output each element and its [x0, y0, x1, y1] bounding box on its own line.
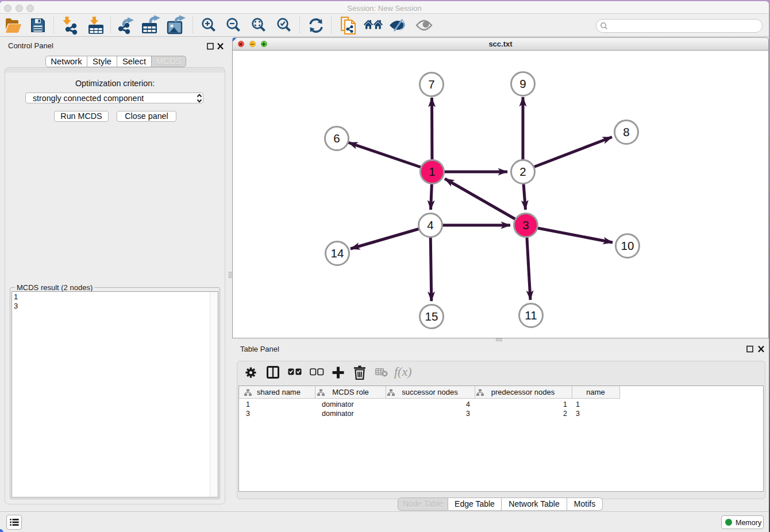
- svg-text:1: 1: [429, 165, 435, 178]
- svg-text:7: 7: [428, 78, 434, 91]
- svg-text:10: 10: [621, 239, 634, 252]
- svg-text:2: 2: [519, 165, 526, 178]
- svg-text:4: 4: [427, 218, 433, 232]
- svg-text:14: 14: [331, 246, 344, 260]
- svg-text:6: 6: [333, 132, 340, 145]
- svg-text:8: 8: [623, 125, 629, 138]
- svg-text:3: 3: [522, 218, 529, 232]
- svg-text:9: 9: [519, 77, 526, 90]
- svg-text:15: 15: [425, 310, 438, 323]
- svg-text:11: 11: [525, 309, 537, 322]
